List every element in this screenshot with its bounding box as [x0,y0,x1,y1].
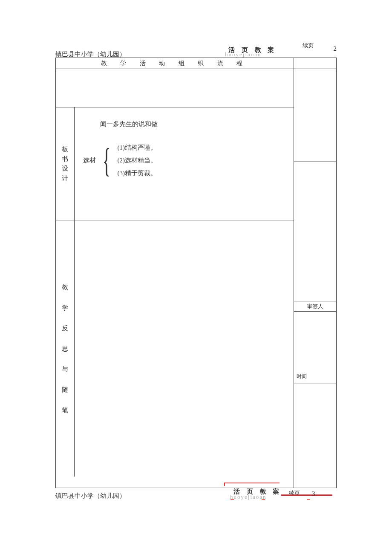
material-label: 选材 [83,156,96,165]
flow-header-title: 教 学 活 动 组 织 流 程 [56,58,294,69]
right-sidebar: 审签人 时间 [294,69,336,488]
empty-activity-cell [56,69,294,107]
flow-header-row: 教 学 活 动 组 织 流 程 [56,58,336,69]
sidebar-time-label: 时间 [297,373,307,380]
footer-xuye-label: 续页 [289,489,300,497]
board-design-label-text: 板书设计 [62,145,68,183]
point-1: (1)结构严谨。 [117,141,157,154]
header-page-number: 2 [334,45,337,52]
reflection-row: 教学反思与随笔 [56,220,294,477]
footer-huoye-pinyin: huoyejiaoan [230,494,267,500]
red-underline-3-icon [307,499,310,500]
material-selection-block: 选材 { (1)结构严谨。 (2)选材精当。 (3)精于剪裁。 [83,141,285,179]
board-design-content: 闻一多先生的说和做 选材 { (1)结构严谨。 (2)选材精当。 (3)精于剪裁… [75,107,294,220]
sidebar-cell-2 [294,162,336,301]
sidebar-reviewer-cell: 时间 [294,312,336,384]
red-underline-1-icon [231,499,234,500]
red-line-icon [281,494,332,496]
board-design-row: 板书设计 闻一多先生的说和做 选材 { (1)结构严谨。 (2)选材精当。 (3… [56,107,294,220]
header-huoye-pinyin: huoyejiaoan [225,51,262,58]
table-body: 板书设计 闻一多先生的说和做 选材 { (1)结构严谨。 (2)选材精当。 (3… [56,69,336,488]
sidebar-cell-1 [294,69,336,162]
point-2: (2)选材精当。 [117,154,157,167]
material-points: (1)结构严谨。 (2)选材精当。 (3)精于剪裁。 [117,141,157,179]
lesson-title: 闻一多先生的说和做 [100,120,285,128]
flow-header-side [294,58,336,69]
reflection-label: 教学反思与随笔 [56,220,75,477]
lesson-plan-table: 教 学 活 动 组 织 流 程 板书设计 闻一多先生的说和做 选材 { (1)结… [55,58,337,488]
reflection-label-text: 教学反思与随笔 [62,277,68,420]
sidebar-time-cell [294,384,336,488]
left-brace-icon: { [103,141,111,179]
sidebar-reviewer-label: 审签人 [294,301,336,312]
board-design-label: 板书设计 [56,107,75,220]
footer-school-name: 镇巴县中小学（幼儿园） [55,492,126,500]
point-3: (3)精于剪裁。 [117,167,157,179]
footer-page-number: 3 [312,490,315,497]
reflection-content [75,220,294,477]
header-xuye-label: 续页 [303,42,314,49]
red-corner-mark-icon [224,483,280,486]
left-column: 板书设计 闻一多先生的说和做 选材 { (1)结构严谨。 (2)选材精当。 (3… [56,69,294,488]
red-underline-2-icon [262,499,265,500]
